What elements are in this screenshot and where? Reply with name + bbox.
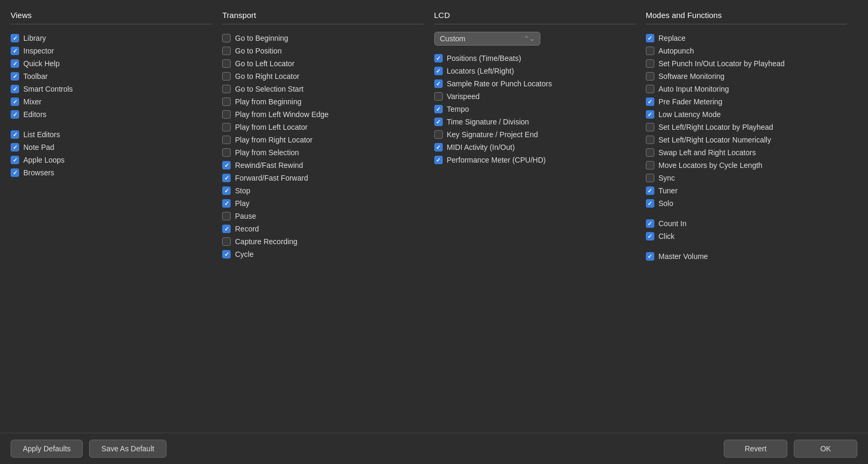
list-item[interactable]: Pre Fader Metering bbox=[646, 95, 847, 108]
checkbox-icon[interactable] bbox=[222, 148, 231, 157]
checkbox-icon[interactable] bbox=[646, 186, 654, 195]
ok-button[interactable]: OK bbox=[794, 440, 857, 458]
list-item[interactable]: Performance Meter (CPU/HD) bbox=[434, 154, 635, 166]
checkbox-icon[interactable] bbox=[646, 72, 654, 81]
list-item[interactable]: Swap Left and Right Locators bbox=[646, 146, 847, 159]
checkbox-icon[interactable] bbox=[646, 34, 654, 42]
list-item[interactable]: List Editors bbox=[11, 128, 212, 141]
checkbox-icon[interactable] bbox=[646, 123, 654, 131]
list-item[interactable]: Browsers bbox=[11, 166, 212, 179]
list-item[interactable]: Tuner bbox=[646, 184, 847, 197]
checkbox-icon[interactable] bbox=[222, 136, 231, 144]
checkbox-icon[interactable] bbox=[646, 199, 654, 208]
checkbox-icon[interactable] bbox=[222, 72, 231, 81]
checkbox-icon[interactable] bbox=[11, 168, 19, 177]
checkbox-icon[interactable] bbox=[11, 130, 19, 139]
checkbox-icon[interactable] bbox=[222, 161, 231, 169]
checkbox-icon[interactable] bbox=[434, 54, 443, 63]
checkbox-icon[interactable] bbox=[646, 110, 654, 119]
checkbox-icon[interactable] bbox=[222, 110, 231, 119]
list-item[interactable]: Go to Selection Start bbox=[222, 83, 423, 95]
checkbox-icon[interactable] bbox=[222, 174, 231, 182]
list-item[interactable]: Play from Beginning bbox=[222, 95, 423, 108]
checkbox-icon[interactable] bbox=[434, 118, 443, 126]
checkbox-icon[interactable] bbox=[11, 110, 19, 119]
list-item[interactable]: Play from Selection bbox=[222, 146, 423, 159]
checkbox-icon[interactable] bbox=[646, 219, 654, 228]
list-item[interactable]: Toolbar bbox=[11, 70, 212, 83]
checkbox-icon[interactable] bbox=[222, 34, 231, 42]
list-item[interactable]: Key Signature / Project End bbox=[434, 128, 635, 141]
checkbox-icon[interactable] bbox=[222, 225, 231, 233]
checkbox-icon[interactable] bbox=[11, 72, 19, 81]
list-item[interactable]: Locators (Left/Right) bbox=[434, 65, 635, 77]
checkbox-icon[interactable] bbox=[222, 85, 231, 93]
checkbox-icon[interactable] bbox=[434, 67, 443, 75]
list-item[interactable]: Editors bbox=[11, 108, 212, 121]
checkbox-icon[interactable] bbox=[222, 212, 231, 220]
list-item[interactable]: Sync bbox=[646, 172, 847, 184]
list-item[interactable]: Apple Loops bbox=[11, 154, 212, 166]
checkbox-icon[interactable] bbox=[11, 34, 19, 42]
list-item[interactable]: Varispeed bbox=[434, 90, 635, 103]
checkbox-icon[interactable] bbox=[222, 97, 231, 106]
checkbox-icon[interactable] bbox=[646, 47, 654, 55]
list-item[interactable]: Stop bbox=[222, 184, 423, 197]
list-item[interactable]: Low Latency Mode bbox=[646, 108, 847, 121]
checkbox-icon[interactable] bbox=[11, 143, 19, 151]
revert-button[interactable]: Revert bbox=[724, 440, 787, 458]
list-item[interactable]: Play from Left Window Edge bbox=[222, 108, 423, 121]
checkbox-icon[interactable] bbox=[222, 59, 231, 68]
list-item[interactable]: Move Locators by Cycle Length bbox=[646, 159, 847, 172]
checkbox-icon[interactable] bbox=[646, 174, 654, 182]
checkbox-icon[interactable] bbox=[11, 47, 19, 55]
list-item[interactable]: Mixer bbox=[11, 95, 212, 108]
list-item[interactable]: Positions (Time/Beats) bbox=[434, 52, 635, 65]
list-item[interactable]: Play bbox=[222, 197, 423, 210]
apply-defaults-button[interactable]: Apply Defaults bbox=[11, 440, 83, 458]
checkbox-icon[interactable] bbox=[646, 148, 654, 157]
list-item[interactable]: Tempo bbox=[434, 103, 635, 115]
checkbox-icon[interactable] bbox=[11, 156, 19, 164]
checkbox-icon[interactable] bbox=[222, 47, 231, 55]
save-as-default-button[interactable]: Save As Default bbox=[89, 440, 166, 458]
checkbox-icon[interactable] bbox=[434, 105, 443, 113]
checkbox-icon[interactable] bbox=[11, 85, 19, 93]
list-item[interactable]: Solo bbox=[646, 197, 847, 210]
list-item[interactable]: Go to Right Locator bbox=[222, 70, 423, 83]
list-item[interactable]: Count In bbox=[646, 217, 847, 230]
list-item[interactable]: Set Left/Right Locator Numerically bbox=[646, 133, 847, 146]
checkbox-icon[interactable] bbox=[222, 199, 231, 208]
list-item[interactable]: Quick Help bbox=[11, 57, 212, 70]
list-item[interactable]: Library bbox=[11, 32, 212, 44]
list-item[interactable]: Play from Left Locator bbox=[222, 121, 423, 133]
list-item[interactable]: Set Left/Right Locator by Playhead bbox=[646, 121, 847, 133]
list-item[interactable]: Inspector bbox=[11, 44, 212, 57]
list-item[interactable]: Note Pad bbox=[11, 141, 212, 154]
list-item[interactable]: Set Punch In/Out Locator by Playhead bbox=[646, 57, 847, 70]
list-item[interactable]: Auto Input Monitoring bbox=[646, 83, 847, 95]
list-item[interactable]: Software Monitoring bbox=[646, 70, 847, 83]
checkbox-icon[interactable] bbox=[646, 232, 654, 240]
checkbox-icon[interactable] bbox=[222, 237, 231, 246]
list-item[interactable]: Smart Controls bbox=[11, 83, 212, 95]
checkbox-icon[interactable] bbox=[646, 97, 654, 106]
list-item[interactable]: Autopunch bbox=[646, 44, 847, 57]
checkbox-icon[interactable] bbox=[646, 85, 654, 93]
checkbox-icon[interactable] bbox=[222, 186, 231, 195]
list-item[interactable]: Forward/Fast Forward bbox=[222, 172, 423, 184]
checkbox-icon[interactable] bbox=[646, 161, 654, 169]
list-item[interactable]: Sample Rate or Punch Locators bbox=[434, 77, 635, 90]
checkbox-icon[interactable] bbox=[646, 252, 654, 261]
list-item[interactable]: Cycle bbox=[222, 248, 423, 261]
lcd-dropdown[interactable]: Custom ⌃⌄ bbox=[434, 32, 540, 46]
checkbox-icon[interactable] bbox=[434, 130, 443, 139]
list-item[interactable]: MIDI Activity (In/Out) bbox=[434, 141, 635, 154]
checkbox-icon[interactable] bbox=[434, 143, 443, 151]
list-item[interactable]: Time Signature / Division bbox=[434, 115, 635, 128]
checkbox-icon[interactable] bbox=[646, 136, 654, 144]
checkbox-icon[interactable] bbox=[222, 123, 231, 131]
checkbox-icon[interactable] bbox=[434, 79, 443, 88]
list-item[interactable]: Record bbox=[222, 222, 423, 235]
list-item[interactable]: Rewind/Fast Rewind bbox=[222, 159, 423, 172]
